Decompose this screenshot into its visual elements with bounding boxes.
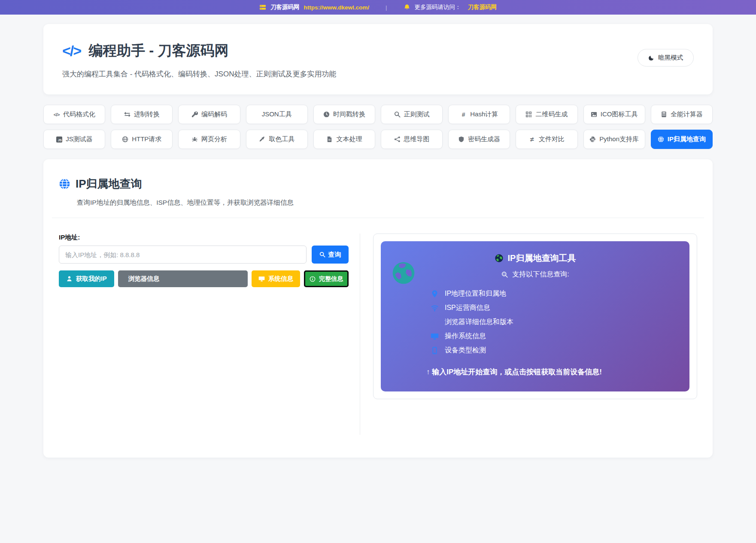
tab-label: 进制转换: [134, 110, 160, 118]
tab-regex-test[interactable]: 正则测试: [381, 105, 443, 124]
feature-item-text: IP地理位置和归属地: [445, 289, 506, 298]
system-info-button[interactable]: 系统信息: [252, 270, 300, 287]
location-pin-icon: [431, 290, 439, 298]
ip-form-column: IP地址: 查询 获取我的IP 浏览器信息: [59, 234, 360, 435]
qrcode-icon: [525, 111, 532, 118]
browser-info-label: 浏览器信息: [128, 275, 160, 283]
tab-calculator[interactable]: 全能计算器: [651, 105, 713, 124]
tab-label: Python支持库: [599, 135, 639, 143]
tab-password-gen[interactable]: 密码生成器: [448, 130, 510, 149]
feature-item-text: ISP运营商信息: [445, 303, 490, 312]
tab-json-tools[interactable]: JSON工具: [246, 105, 308, 124]
code-brackets-icon: </>: [62, 42, 81, 59]
dark-mode-button[interactable]: 暗黑模式: [638, 49, 694, 67]
shield-icon: [458, 136, 465, 143]
tab-label: 代码格式化: [63, 110, 95, 118]
tab-label: 网页分析: [201, 135, 227, 143]
tab-http-request[interactable]: HTTP请求: [111, 130, 173, 149]
feature-item: 设备类型检测: [431, 346, 677, 355]
tab-ip-lookup[interactable]: IP归属地查询: [651, 130, 713, 149]
tab-encode-decode[interactable]: 编码解码: [178, 105, 240, 124]
key-icon: [191, 111, 198, 118]
monitor-icon: [258, 276, 265, 282]
tab-qrcode-gen[interactable]: 二维码生成: [516, 105, 577, 124]
topbar-separator: |: [386, 4, 387, 11]
header-card: </> 编程助手 - 刀客源码网 强大的编程工具集合 - 代码格式化、编码转换、…: [43, 24, 713, 94]
panel-subtitle: 支持以下信息查询:: [512, 270, 569, 279]
full-info-button[interactable]: 完整信息: [304, 270, 349, 287]
search-icon: [394, 111, 401, 118]
page-title: 编程助手 - 刀客源码网: [88, 41, 228, 61]
python-icon: [589, 136, 596, 143]
dark-mode-label: 暗黑模式: [658, 54, 683, 62]
tab-base-convert[interactable]: 进制转换: [111, 105, 173, 124]
topbar-more-text: 更多源码请访问：: [415, 3, 461, 11]
ip-address-input[interactable]: [59, 246, 307, 264]
exchange-icon: [124, 111, 131, 118]
tool-card: IP归属地查询 查询IP地址的归属地信息、ISP信息、地理位置等，并获取浏览器详…: [43, 159, 713, 458]
tab-label: 文件对比: [539, 135, 565, 143]
tool-title: IP归属地查询: [76, 176, 142, 191]
topbar-more-link[interactable]: 刀客源码网: [468, 3, 497, 11]
big-globe-icon: [392, 260, 415, 286]
tab-file-diff[interactable]: ≠文件对比: [516, 130, 577, 149]
earth-icon: [495, 254, 504, 263]
not-equal-icon: ≠: [529, 136, 535, 143]
topbar-site-name: 刀客源码网: [270, 3, 300, 11]
feature-item-text: 设备类型检测: [445, 346, 486, 355]
feature-item-text: 浏览器详细信息和版本: [445, 318, 513, 327]
tab-label: IP归属地查询: [668, 135, 706, 143]
tab-ico-tools[interactable]: ICO图标工具: [583, 105, 645, 124]
topbar-site-url-link[interactable]: https://www.dkewl.com/: [304, 4, 369, 11]
tab-python-lib[interactable]: Python支持库: [583, 130, 645, 149]
tool-subtitle: 查询IP地址的归属地信息、ISP信息、地理位置等，并获取浏览器详细信息: [77, 198, 697, 207]
tab-label: 二维码生成: [535, 110, 568, 118]
tab-color-picker[interactable]: 取色工具: [246, 130, 308, 149]
clock-icon: [323, 111, 330, 118]
tab-label: HTTP请求: [132, 135, 161, 143]
tab-label: 时间戳转换: [333, 110, 365, 118]
tab-label: 密码生成器: [468, 135, 500, 143]
tab-label: ICO图标工具: [601, 110, 638, 118]
tab-label: 正则测试: [404, 110, 430, 118]
tab-text-process[interactable]: 文本处理: [313, 130, 375, 149]
sitemap-icon: [394, 136, 401, 143]
tab-label: 文本处理: [336, 135, 362, 143]
tab-mind-map[interactable]: 思维导图: [381, 130, 443, 149]
feature-item: 操作系统信息: [431, 332, 677, 341]
get-my-ip-button[interactable]: 获取我的IP: [59, 270, 114, 287]
moon-icon: [648, 55, 654, 61]
mobile-icon: [431, 346, 439, 355]
panel-footer-hint: ↑ 输入IP地址开始查询，或点击按钮获取当前设备信息!: [426, 367, 677, 377]
browser-info-button[interactable]: 浏览器信息: [118, 270, 248, 287]
tab-js-tester[interactable]: JSJS测试器: [43, 130, 105, 149]
info-panel: IP归属地查询工具 支持以下信息查询: IP地理位置和归属地ISP运营商信息浏览…: [381, 241, 689, 391]
query-button[interactable]: 查询: [312, 246, 349, 264]
info-panel-column: IP归属地查询工具 支持以下信息查询: IP地理位置和归属地ISP运营商信息浏览…: [360, 234, 697, 435]
globe-stroke-icon: [122, 136, 128, 143]
no-icon: [431, 318, 439, 326]
globe-meridian-icon: [658, 136, 664, 143]
bell-icon: [404, 4, 410, 11]
calculator-icon: [661, 111, 667, 118]
monitor-icon: [431, 332, 439, 340]
tab-code-format[interactable]: </>代码格式化: [43, 105, 105, 124]
hash-icon: #: [460, 111, 467, 118]
js-icon: JS: [56, 136, 62, 143]
tab-label: JSON工具: [262, 110, 292, 118]
tab-web-analysis[interactable]: 网页分析: [178, 130, 240, 149]
topbar: 刀客源码网 https://www.dkewl.com/ | 更多源码请访问： …: [0, 0, 756, 15]
panel-title: IP归属地查询工具: [508, 252, 576, 264]
code-icon: </>: [53, 111, 60, 118]
person-icon: [66, 276, 73, 282]
get-my-ip-label: 获取我的IP: [76, 275, 107, 283]
tab-label: JS测试器: [66, 135, 93, 143]
file-icon: [326, 136, 333, 143]
server-icon: [259, 4, 266, 11]
system-info-label: 系统信息: [268, 275, 293, 283]
eyedropper-icon: [259, 136, 265, 143]
tab-hash-calc[interactable]: #Hash计算: [448, 105, 510, 124]
tab-label: Hash计算: [470, 110, 498, 118]
tab-timestamp-convert[interactable]: 时间戳转换: [313, 105, 375, 124]
info-icon: [310, 276, 316, 282]
